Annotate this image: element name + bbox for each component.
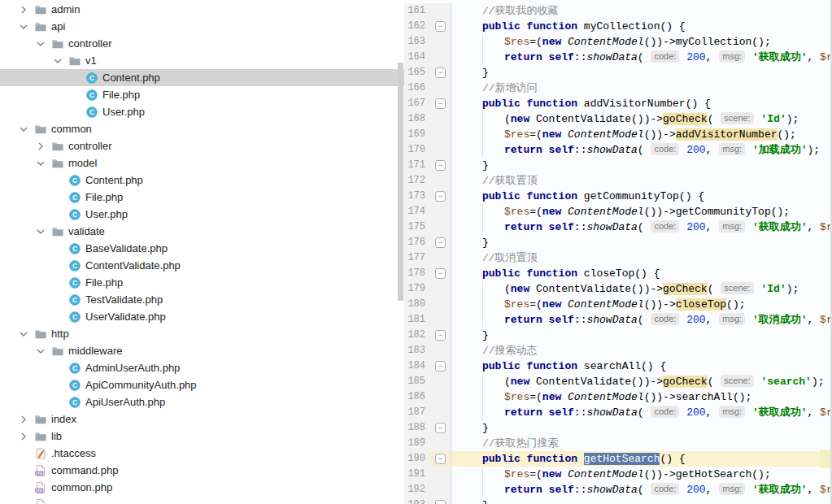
code-line[interactable]: 178−public function closeTop() { — [404, 266, 832, 281]
line-number[interactable]: 170 — [404, 142, 430, 158]
tree-file-Content.php[interactable]: CContent.php — [0, 172, 404, 189]
code-line[interactable]: 190−public function getHotSearch() { — [404, 451, 832, 467]
line-number[interactable]: 176 — [404, 235, 430, 250]
code-line[interactable]: 183//搜索动态 — [404, 343, 832, 358]
code-line[interactable]: 188−} — [404, 420, 832, 436]
line-number[interactable]: 186 — [404, 389, 430, 405]
code-line[interactable]: 165−} — [404, 65, 832, 80]
code-line[interactable]: 162−public function myCollection() { — [404, 19, 832, 34]
code-line[interactable]: 184−public function searchAll() { — [404, 358, 832, 374]
tree-file-Content.php[interactable]: CContent.php — [0, 69, 404, 86]
chevron-down-icon[interactable] — [30, 37, 50, 50]
line-number[interactable]: 181 — [404, 312, 430, 328]
line-number[interactable]: 172 — [404, 173, 430, 189]
code-line[interactable]: 181return self::showData( code: 200, msg… — [404, 312, 832, 328]
tree-folder-controller[interactable]: controller — [0, 137, 404, 154]
line-number[interactable]: 193 — [404, 497, 430, 504]
code-line[interactable]: 177//取消置顶 — [404, 250, 832, 266]
line-number[interactable]: 180 — [404, 297, 430, 312]
chevron-down-icon[interactable] — [30, 157, 50, 170]
fold-collapse-icon[interactable]: − — [435, 98, 446, 109]
tree-file-File.php[interactable]: CFile.php — [0, 189, 404, 206]
code-line[interactable]: 169$res=(new ContentModel())->addVisitor… — [404, 127, 832, 142]
line-number[interactable]: 189 — [404, 436, 430, 451]
code-line[interactable]: 171−} — [404, 158, 832, 173]
code-line[interactable]: 163$res=(new ContentModel())->myCollecti… — [404, 34, 832, 50]
line-number[interactable]: 178 — [404, 266, 430, 281]
chevron-right-icon[interactable] — [13, 3, 33, 16]
fold-end-icon[interactable]: − — [435, 160, 446, 171]
tree-folder-api[interactable]: api — [0, 18, 404, 35]
fold-end-icon[interactable]: − — [435, 330, 446, 341]
code-line[interactable]: 164return self::showData( code: 200, msg… — [404, 50, 832, 65]
tree-folder-common[interactable]: common — [0, 120, 404, 137]
scrollbar-current-line-marker[interactable] — [820, 450, 830, 468]
code-line[interactable]: 182−} — [404, 328, 832, 343]
tree-file-UserValidate.php[interactable]: CUserValidate.php — [0, 308, 404, 325]
tree-file-ContentValidate.php[interactable]: CContentValidate.php — [0, 257, 404, 274]
tree-file-File.php[interactable]: CFile.php — [0, 86, 404, 103]
code-line[interactable]: 174$res=(new ContentModel())->getCommuni… — [404, 204, 832, 219]
line-number[interactable]: 171 — [404, 158, 430, 173]
code-line[interactable]: 170return self::showData( code: 200, msg… — [404, 142, 832, 158]
code-line[interactable]: 166//新增访问 — [404, 80, 832, 96]
code-line[interactable]: 186$res=(new ContentModel())->searchAll(… — [404, 389, 832, 405]
line-number[interactable]: 167 — [404, 96, 430, 111]
line-number[interactable]: 161 — [404, 3, 430, 19]
tree-file-File.php[interactable]: CFile.php — [0, 274, 404, 291]
fold-collapse-icon[interactable]: − — [435, 361, 446, 371]
chevron-down-icon[interactable] — [13, 20, 33, 33]
line-number[interactable]: 191 — [404, 467, 430, 482]
fold-collapse-icon[interactable]: − — [435, 268, 446, 279]
tree-file-partial[interactable]: php — [0, 496, 404, 504]
fold-collapse-icon[interactable]: − — [435, 454, 446, 464]
line-number[interactable]: 165 — [404, 65, 430, 80]
line-number[interactable]: 164 — [404, 50, 430, 65]
line-number[interactable]: 184 — [404, 358, 430, 374]
tree-folder-lib[interactable]: lib — [0, 428, 404, 445]
fold-collapse-icon[interactable]: − — [435, 191, 446, 202]
line-number[interactable]: 169 — [404, 127, 430, 142]
line-number[interactable]: 166 — [404, 80, 430, 96]
code-line[interactable]: 161//获取我的收藏 — [404, 3, 832, 19]
line-number[interactable]: 168 — [404, 111, 430, 127]
tree-folder-controller[interactable]: controller — [0, 35, 404, 52]
tree-folder-http[interactable]: http — [0, 325, 404, 342]
code-line[interactable]: 193−} — [404, 497, 832, 504]
tree-file-BaseValidate.php[interactable]: CBaseValidate.php — [0, 240, 404, 257]
code-line[interactable]: 180$res=(new ContentModel())->closeTop()… — [404, 297, 832, 312]
line-number[interactable]: 179 — [404, 281, 430, 297]
code-line[interactable]: 176−} — [404, 235, 832, 250]
chevron-right-icon[interactable] — [30, 140, 50, 153]
code-line[interactable]: 185(new ContentValidate())->goCheck( sce… — [404, 374, 832, 389]
code-line[interactable]: 191$res=(new ContentModel())->getHotSear… — [404, 467, 832, 482]
line-number[interactable]: 185 — [404, 374, 430, 389]
line-number[interactable]: 187 — [404, 405, 430, 420]
code-line[interactable]: 187return self::showData( code: 200, msg… — [404, 405, 832, 420]
line-number[interactable]: 192 — [404, 482, 430, 497]
code-line[interactable]: 167−public function addVisitorNumber() { — [404, 96, 832, 111]
line-number[interactable]: 183 — [404, 343, 430, 358]
chevron-down-icon[interactable] — [13, 123, 33, 136]
fold-end-icon[interactable]: − — [435, 423, 446, 433]
line-number[interactable]: 182 — [404, 328, 430, 343]
line-number[interactable]: 177 — [404, 250, 430, 266]
code-line[interactable]: 189//获取热门搜索 — [404, 436, 832, 451]
fold-collapse-icon[interactable]: − — [435, 21, 446, 32]
tree-file-User.php[interactable]: CUser.php — [0, 103, 404, 120]
chevron-down-icon[interactable] — [47, 54, 68, 67]
tree-folder-validate[interactable]: validate — [0, 223, 404, 240]
line-number[interactable]: 163 — [404, 34, 430, 50]
tree-folder-middleware[interactable]: middleware — [0, 342, 404, 359]
tree-file-ApiCommunityAuth.php[interactable]: CApiCommunityAuth.php — [0, 376, 404, 393]
chevron-right-icon[interactable] — [13, 430, 33, 443]
code-line[interactable]: 192return self::showData( code: 200, msg… — [404, 482, 832, 497]
tree-file-User.php[interactable]: CUser.php — [0, 206, 404, 223]
code-line[interactable]: 179(new ContentValidate())->goCheck( sce… — [404, 281, 832, 297]
tree-folder-v1[interactable]: v1 — [0, 52, 404, 69]
fold-end-icon[interactable]: − — [435, 237, 446, 248]
tree-scrollbar[interactable] — [398, 63, 403, 301]
tree-file-common.php[interactable]: phpcommon.php — [0, 479, 404, 496]
fold-end-icon[interactable]: − — [435, 67, 446, 78]
line-number[interactable]: 173 — [404, 189, 430, 204]
